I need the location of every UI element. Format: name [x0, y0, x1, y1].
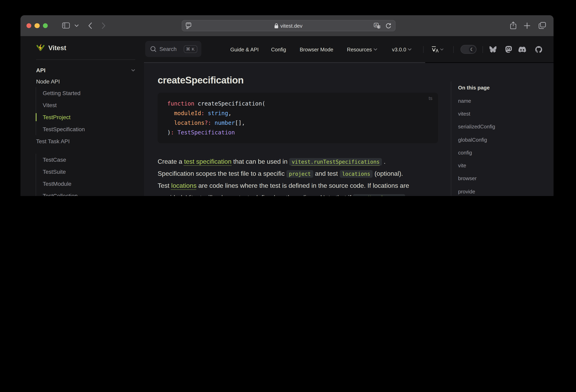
lock-icon — [274, 23, 278, 28]
sidebar-item-testcase[interactable]: TestCase — [43, 154, 135, 166]
bluesky-link[interactable] — [489, 36, 497, 62]
traffic-lights — [26, 23, 48, 28]
reader-icon[interactable] — [186, 23, 191, 29]
inline-code-link[interactable]: testNamePattern — [353, 194, 405, 196]
language-menu[interactable] — [432, 36, 444, 62]
search-shortcut: ⌘ K — [183, 45, 197, 53]
minimize-button[interactable] — [34, 23, 39, 28]
outline-title: On this page — [458, 81, 551, 94]
back-button[interactable] — [88, 15, 92, 36]
search-icon — [150, 46, 156, 52]
sidebar-item-node-api[interactable]: Node API — [36, 76, 135, 87]
navbar: Search ⌘ K Guide & APIConfigBrowser Mode… — [144, 36, 553, 62]
nav-v3-0-0[interactable]: v3.0.0 — [392, 36, 412, 62]
browser-titlebar: vitest.dev A文 — [21, 15, 553, 36]
svg-text:文: 文 — [378, 26, 380, 28]
outline-item-serializedconfig[interactable]: serializedConfig — [458, 120, 551, 133]
sidebar-item-vitest[interactable]: Vitest — [43, 99, 135, 111]
mastodon-link[interactable] — [505, 36, 512, 62]
moon-icon: ☾ — [469, 46, 476, 53]
chevron-down-icon — [131, 69, 135, 71]
new-tab-icon[interactable] — [524, 15, 530, 36]
outline-item-browser[interactable]: browser — [458, 172, 551, 185]
on-this-page: On this page namevitestserializedConfigg… — [451, 81, 551, 196]
code-lang-label: ts — [429, 95, 432, 101]
brand-name: Vitest — [48, 44, 66, 52]
code-line: ): TestSpecification — [167, 128, 428, 137]
code-line: locations?: number[], — [167, 118, 428, 128]
translate-icon[interactable]: A文 — [374, 23, 380, 29]
sidebar-item-test-task-api[interactable]: Test Task API — [36, 135, 135, 147]
inline-code-link[interactable]: vitest.runTestSpecifications — [289, 158, 382, 166]
sidebar-item-testmodule[interactable]: TestModule — [43, 178, 135, 190]
desktop: vitest.dev A文 Vitest — [0, 0, 576, 196]
theme-toggle[interactable]: ☾ — [461, 45, 477, 54]
sidebar-item-getting-started[interactable]: Getting Started — [43, 87, 135, 99]
code-line: function createSpecification( — [167, 99, 428, 108]
sidebar: Vitest APINode APIGetting StartedVitestT… — [21, 36, 144, 196]
sidebar-toggle-icon[interactable] — [62, 15, 70, 36]
close-button[interactable] — [26, 23, 31, 28]
url-text: vitest.dev — [280, 23, 302, 29]
share-icon[interactable] — [510, 15, 516, 36]
code-block-signature: tsfunction createSpecification( moduleId… — [158, 93, 438, 143]
nav-config[interactable]: Config — [271, 36, 286, 62]
zoom-button[interactable] — [43, 23, 48, 28]
search-button[interactable]: Search ⌘ K — [145, 41, 201, 57]
search-label: Search — [159, 46, 177, 52]
doc-link[interactable]: locations — [171, 182, 197, 189]
sidebar-chevron-icon[interactable] — [75, 15, 79, 36]
reload-icon[interactable] — [385, 23, 391, 29]
sidebar-item-testsuite[interactable]: TestSuite — [43, 166, 135, 178]
outline-item-vite[interactable]: vite — [458, 159, 551, 172]
outline-item-provide[interactable]: provide — [458, 185, 551, 196]
brand[interactable]: Vitest — [36, 36, 135, 60]
nav-browser-mode[interactable]: Browser Mode — [300, 36, 333, 62]
doc-content: createSpecification tsfunction createSpe… — [158, 74, 438, 196]
nav-resources[interactable]: Resources — [347, 36, 377, 62]
nav-guide-api[interactable]: Guide & API — [230, 36, 259, 62]
outline-item-vitest[interactable]: vitest — [458, 107, 551, 120]
inline-code[interactable]: project — [287, 170, 313, 178]
code-line: moduleId: string, — [167, 108, 428, 118]
sidebar-item-testproject[interactable]: TestProject — [43, 111, 135, 123]
vitest-logo — [36, 44, 45, 52]
outline-item-name[interactable]: name — [458, 94, 551, 107]
github-link[interactable] — [535, 36, 542, 62]
forward-button[interactable] — [102, 15, 106, 36]
discord-link[interactable] — [518, 36, 526, 62]
sidebar-item-testspecification[interactable]: TestSpecification — [43, 123, 135, 135]
inline-code[interactable]: locations — [340, 170, 373, 178]
outline-item-globalconfig[interactable]: globalConfig — [458, 133, 551, 146]
sidebar-section-api[interactable]: API — [36, 65, 135, 76]
chevron-down-icon — [374, 48, 377, 51]
browser-window: vitest.dev A文 Vitest — [21, 15, 553, 196]
svg-text:A: A — [375, 23, 377, 27]
translate-nav-icon — [432, 46, 438, 53]
address-bar[interactable]: vitest.dev A文 — [181, 20, 395, 31]
main-area: Search ⌘ K Guide & APIConfigBrowser Mode… — [144, 36, 553, 196]
tab-overview-icon[interactable] — [539, 15, 546, 36]
sidebar-item-testcollection[interactable]: TestCollection — [43, 190, 135, 196]
outline-item-config[interactable]: config — [458, 146, 551, 159]
doc-link[interactable]: test specification — [184, 158, 232, 165]
paragraph: Create a test specification that can be … — [158, 156, 438, 196]
page-title: createSpecification — [158, 74, 438, 86]
chevron-down-icon — [408, 48, 412, 51]
